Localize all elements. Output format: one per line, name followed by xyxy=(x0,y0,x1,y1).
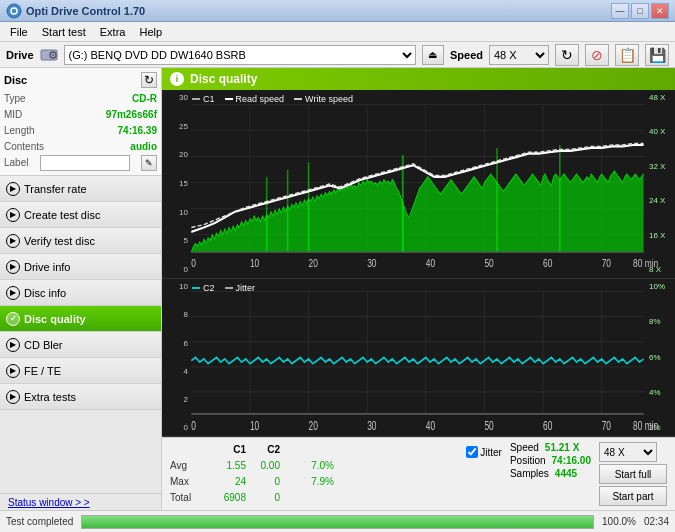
disc-quality-icon: ✓ xyxy=(6,312,20,326)
speed-stat-value: 51.21 X xyxy=(545,442,579,453)
stats-col-c1: C1 xyxy=(206,442,246,458)
disc-mid-label: MID xyxy=(4,107,22,123)
nav-fe-te[interactable]: ▶ FE / TE xyxy=(0,358,161,384)
svg-text:10: 10 xyxy=(250,418,259,432)
position-stat-value: 74:16.00 xyxy=(552,455,591,466)
position-stat-label: Position xyxy=(510,455,546,466)
nav-disc-info-label: Disc info xyxy=(24,287,66,299)
svg-text:0: 0 xyxy=(191,256,196,269)
disc-label-edit-button[interactable]: ✎ xyxy=(141,155,157,171)
stats-max-c2: 0 xyxy=(250,474,280,490)
legend-c1-label: C1 xyxy=(203,94,215,104)
disc-type-label: Type xyxy=(4,91,26,107)
nav-disc-quality-label: Disc quality xyxy=(24,313,86,325)
svg-text:60: 60 xyxy=(543,256,553,269)
chart2-svg: 0 10 20 30 40 50 60 70 80 min xyxy=(162,279,675,436)
svg-marker-19 xyxy=(191,171,643,252)
disc-info-panel: Disc ↻ Type CD-R MID 97m26s66f Length 74… xyxy=(0,68,161,176)
stats-avg-label: Avg xyxy=(170,458,202,474)
minimize-button[interactable]: — xyxy=(611,3,629,19)
app-icon xyxy=(6,3,22,19)
nav-verify-test-disc[interactable]: ▶ Verify test disc xyxy=(0,228,161,254)
title-bar: Opti Drive Control 1.70 — □ ✕ xyxy=(0,0,675,22)
svg-text:20: 20 xyxy=(309,418,318,432)
svg-text:20: 20 xyxy=(309,256,319,269)
stats-panel: C1 C2 Avg 1.55 0.00 7.0% Max 24 0 7.9% xyxy=(162,437,675,510)
transfer-rate-icon: ▶ xyxy=(6,182,20,196)
nav-transfer-rate-label: Transfer rate xyxy=(24,183,87,195)
status-bar: Test completed 100.0% 02:34 xyxy=(0,510,675,532)
drive-selector[interactable]: (G:) BENQ DVD DD DW1640 BSRB xyxy=(64,45,416,65)
refresh-button[interactable]: ↻ xyxy=(555,44,579,66)
legend-write-speed-label: Write speed xyxy=(305,94,353,104)
samples-stat-label: Samples xyxy=(510,468,549,479)
disc-contents-label: Contents xyxy=(4,139,44,155)
menu-file[interactable]: File xyxy=(4,25,34,39)
svg-text:30: 30 xyxy=(367,418,376,432)
nav-extra-tests[interactable]: ▶ Extra tests xyxy=(0,384,161,410)
progress-percent: 100.0% xyxy=(602,516,636,527)
save-button[interactable]: 💾 xyxy=(645,44,669,66)
speed-stats: Speed 51.21 X Position 74:16.00 Samples … xyxy=(510,442,591,479)
legend-read-speed-label: Read speed xyxy=(236,94,285,104)
drive-label: Drive xyxy=(6,49,34,61)
progress-bar-fill xyxy=(82,516,593,528)
start-part-button[interactable]: Start part xyxy=(599,486,667,506)
disc-contents-value: audio xyxy=(130,139,157,155)
jitter-checkbox[interactable] xyxy=(466,446,478,458)
nav-cd-bler[interactable]: ▶ CD Bler xyxy=(0,332,161,358)
legend-jitter: Jitter xyxy=(225,283,256,293)
status-window-button[interactable]: Status window > > xyxy=(4,497,94,508)
elapsed-time: 02:34 xyxy=(644,516,669,527)
start-speed-selector[interactable]: 48 X xyxy=(599,442,657,462)
stats-avg-jitter: 7.0% xyxy=(284,458,334,474)
nav-fe-te-label: FE / TE xyxy=(24,365,61,377)
disc-refresh-button[interactable]: ↻ xyxy=(141,72,157,88)
copy-button[interactable]: 📋 xyxy=(615,44,639,66)
stats-total-c2: 0 xyxy=(250,490,280,506)
disc-quality-header: i Disc quality xyxy=(162,68,675,90)
stats-total-c1: 6908 xyxy=(206,490,246,506)
samples-stat-value: 4445 xyxy=(555,468,577,479)
menu-help[interactable]: Help xyxy=(133,25,168,39)
stats-table: C1 C2 Avg 1.55 0.00 7.0% Max 24 0 7.9% xyxy=(170,442,458,506)
disc-type-value: CD-R xyxy=(132,91,157,107)
disc-quality-header-icon: i xyxy=(170,72,184,86)
legend-read-speed: Read speed xyxy=(225,94,285,104)
nav-extra-tests-label: Extra tests xyxy=(24,391,76,403)
drive-icon xyxy=(40,46,58,64)
disc-label-input[interactable] xyxy=(40,155,130,171)
fe-te-icon: ▶ xyxy=(6,364,20,378)
nav-create-test-disc-label: Create test disc xyxy=(24,209,100,221)
nav-verify-test-disc-label: Verify test disc xyxy=(24,235,95,247)
menu-start-test[interactable]: Start test xyxy=(36,25,92,39)
stats-total-jitter xyxy=(284,490,334,506)
svg-text:40: 40 xyxy=(426,256,436,269)
menu-extra[interactable]: Extra xyxy=(94,25,132,39)
svg-text:70: 70 xyxy=(602,256,612,269)
svg-text:40: 40 xyxy=(426,418,435,432)
stats-total-label: Total xyxy=(170,490,202,506)
jitter-checkbox-group: Jitter xyxy=(466,442,502,458)
close-button[interactable]: ✕ xyxy=(651,3,669,19)
speed-selector[interactable]: 48 X xyxy=(489,45,549,65)
start-full-button[interactable]: Start full xyxy=(599,464,667,484)
nav-create-test-disc[interactable]: ▶ Create test disc xyxy=(0,202,161,228)
disc-length-value: 74:16.39 xyxy=(118,123,157,139)
disc-mid-value: 97m26s66f xyxy=(106,107,157,123)
nav-disc-info[interactable]: ▶ Disc info xyxy=(0,280,161,306)
nav-disc-quality[interactable]: ✓ Disc quality xyxy=(0,306,161,332)
nav-transfer-rate[interactable]: ▶ Transfer rate xyxy=(0,176,161,202)
disc-section-title: Disc xyxy=(4,74,27,86)
stats-col-jitter xyxy=(284,442,334,458)
nav-drive-info[interactable]: ▶ Drive info xyxy=(0,254,161,280)
legend-write-speed: Write speed xyxy=(294,94,353,104)
maximize-button[interactable]: □ xyxy=(631,3,649,19)
extra-tests-icon: ▶ xyxy=(6,390,20,404)
cd-bler-icon: ▶ xyxy=(6,338,20,352)
erase-button[interactable]: ⊘ xyxy=(585,44,609,66)
eject-button[interactable]: ⏏ xyxy=(422,45,444,65)
svg-text:80 min: 80 min xyxy=(633,418,658,432)
svg-text:70: 70 xyxy=(602,418,611,432)
stats-max-c1: 24 xyxy=(206,474,246,490)
